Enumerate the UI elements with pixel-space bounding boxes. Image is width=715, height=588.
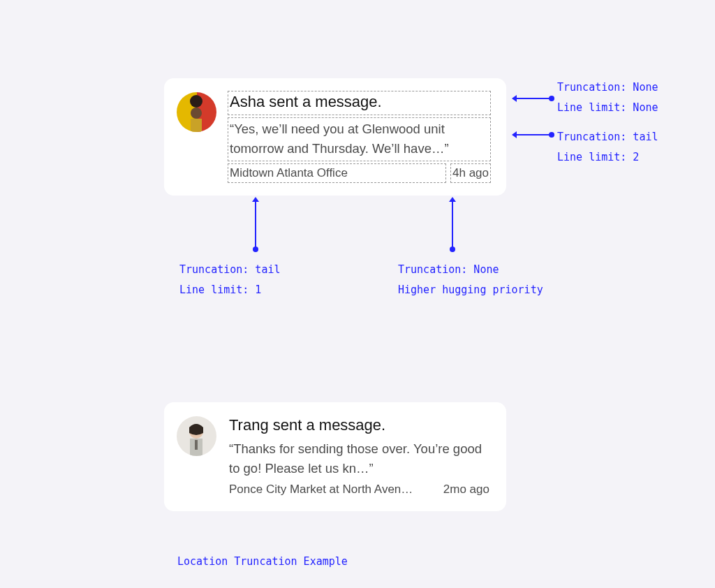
annotation-title-props: Truncation: None Line limit: None [557, 78, 658, 117]
svg-rect-4 [191, 119, 202, 132]
message-title: Trang sent a message. [228, 415, 491, 438]
message-body: “Thanks for sending those over. You’re g… [228, 438, 491, 481]
message-content: Trang sent a message. “Thanks for sendin… [228, 415, 491, 499]
annotation-arrow [452, 202, 453, 249]
message-meta: Ponce City Market at North Aven… 2mo ago [228, 480, 491, 499]
annotation-text: Truncation: tail [557, 127, 658, 147]
message-meta: Midtown Atlanta Office 4h ago [228, 163, 491, 183]
annotation-time-props: Truncation: None Higher hugging priority [398, 260, 543, 300]
annotation-arrow [255, 202, 256, 249]
avatar [177, 416, 216, 456]
annotation-text: Truncation: None [398, 260, 543, 280]
message-card-1: Asha sent a message. “Yes, we’ll need yo… [164, 78, 506, 196]
annotation-text: Higher hugging priority [398, 280, 543, 300]
annotation-text: Truncation: None [557, 78, 658, 98]
annotation-body-props: Truncation: tail Line limit: 2 [557, 127, 658, 167]
annotation-location-props: Truncation: tail Line limit: 1 [179, 260, 281, 300]
svg-point-3 [191, 108, 202, 119]
annotation-text: Line limit: 2 [557, 147, 658, 168]
message-timestamp: 2mo ago [442, 480, 491, 499]
annotation-arrow [517, 98, 552, 99]
message-timestamp: 4h ago [450, 163, 491, 183]
message-card-2: Trang sent a message. “Thanks for sendin… [164, 402, 506, 511]
message-content: Asha sent a message. “Yes, we’ll need yo… [228, 91, 491, 183]
svg-rect-8 [195, 440, 198, 450]
avatar [177, 92, 216, 132]
annotation-text: Line limit: None [557, 98, 658, 118]
message-location: Ponce City Market at North Aven… [228, 480, 434, 499]
message-location: Midtown Atlanta Office [228, 163, 446, 183]
message-body: “Yes, we’ll need you at Glenwood unit to… [228, 117, 491, 162]
annotation-arrow [517, 134, 552, 135]
annotation-text: Truncation: tail [179, 260, 281, 280]
svg-point-2 [190, 95, 202, 108]
annotation-text: Line limit: 1 [179, 280, 281, 300]
example-caption: Location Truncation Example [177, 552, 348, 572]
message-title: Asha sent a message. [228, 91, 491, 115]
